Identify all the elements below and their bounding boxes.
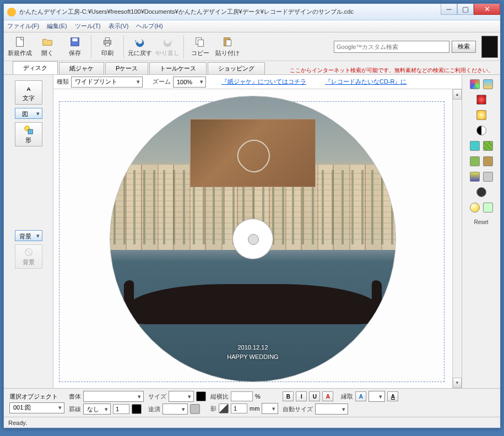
tab-disc[interactable]: ディスク [13, 61, 58, 74]
tool-bg-fill[interactable]: 背景 [15, 230, 42, 241]
redo-button[interactable]: やり直し [154, 34, 181, 60]
search-button[interactable]: 検索 [452, 41, 476, 53]
design-canvas[interactable]: 2010.12.12 HAPPY WEDDING [53, 89, 452, 388]
workspace: A 文字 図 形 背景 背景 種類 ワイ [4, 74, 500, 388]
link-jacket-info[interactable]: 『紙ジャケ』についてはコチラ [221, 78, 306, 86]
svg-rect-7 [198, 40, 203, 46]
fill-select[interactable] [162, 404, 188, 415]
line-style-select[interactable]: なし [83, 404, 111, 415]
tab-jacket[interactable]: 紙ジャケ [59, 62, 104, 74]
svg-text:A: A [26, 86, 30, 92]
shadow-input[interactable]: 1 [231, 404, 247, 413]
window-title: かんたんデザイン工房-C:¥Users¥freesoft100¥Document… [19, 8, 441, 16]
close-button[interactable]: ✕ [474, 4, 500, 15]
menu-edit[interactable]: 編集(E) [47, 22, 67, 30]
paste-button[interactable]: 貼り付け [214, 34, 241, 60]
titlebar: かんたんデザイン工房-C:¥Users¥freesoft100¥Document… [4, 4, 500, 20]
effect-rotate-icon[interactable] [470, 79, 480, 89]
menu-tools[interactable]: ツール(T) [75, 22, 101, 30]
selobj-select[interactable]: 001:図 [9, 402, 64, 413]
left-toolbox: A 文字 図 形 背景 背景 [4, 75, 53, 388]
effect-color-icon[interactable] [476, 95, 486, 105]
shadow-toggle-icon[interactable] [219, 404, 229, 413]
status-text: Ready. [8, 419, 27, 426]
autosize-select[interactable] [315, 404, 348, 415]
svg-rect-9 [226, 40, 231, 46]
svg-rect-2 [72, 39, 77, 42]
effect-gray-icon[interactable] [483, 172, 493, 182]
property-bar: 選択オブジェクト 001:図 書体 罫線 なし 1 サイズ 途潰 [4, 388, 500, 417]
tab-tallcase[interactable]: トールケース [149, 62, 207, 74]
menubar: ファイル(F) 編集(E) ツール(T) 表示(V) ヘルプ(H) [4, 20, 500, 32]
effect-texture1-icon[interactable] [470, 141, 480, 151]
copy-button[interactable]: コピー [186, 34, 214, 60]
undo-button[interactable]: 元に戻す [126, 34, 154, 60]
zoom-select[interactable]: 100% [173, 77, 206, 88]
search-area: 検索 [334, 36, 498, 58]
effect-vignette-icon[interactable] [476, 187, 486, 197]
tool-shape[interactable]: 形 [15, 122, 42, 146]
effect-texture4-icon[interactable] [483, 156, 493, 166]
stroke-color-button[interactable]: A [355, 391, 366, 401]
effect-flip-icon[interactable] [483, 79, 493, 89]
effect-brightness-icon[interactable] [476, 110, 486, 120]
size-select[interactable] [169, 391, 194, 402]
effect-texture3-icon[interactable] [470, 156, 480, 166]
reset-button[interactable]: Reset [474, 219, 488, 225]
minimize-button[interactable]: ─ [441, 4, 457, 15]
font-select[interactable] [83, 391, 144, 402]
canvas-options: 種類 ワイドプリント ズーム 100% 『紙ジャケ』についてはコチラ 『レコード… [53, 75, 462, 89]
underline-button[interactable]: U [309, 391, 320, 401]
svg-rect-4 [105, 38, 109, 41]
tab-shopping[interactable]: ショッピング [208, 62, 265, 74]
menu-help[interactable]: ヘルプ(H) [136, 22, 162, 30]
tool-text[interactable]: A 文字 [15, 80, 42, 105]
vertical-scrollbar[interactable] [452, 89, 462, 388]
app-window: かんたんデザイン工房-C:¥Users¥freesoft100¥Document… [3, 3, 501, 428]
canvas-wrap: 2010.12.12 HAPPY WEDDING [53, 89, 462, 388]
disc-artwork[interactable]: 2010.12.12 HAPPY WEDDING [110, 96, 396, 382]
link-record-cdr[interactable]: 『レコードみたいなCD-R』に [325, 78, 407, 86]
ratio-input[interactable] [231, 391, 253, 401]
menu-view[interactable]: 表示(V) [109, 22, 129, 30]
size-color-swatch[interactable] [196, 391, 206, 401]
center-panel: 種類 ワイドプリント ズーム 100% 『紙ジャケ』についてはコチラ 『レコード… [53, 75, 462, 388]
selobj-label: 選択オブジェクト [9, 393, 64, 401]
open-button[interactable]: 開く [34, 34, 61, 60]
type-label: 種類 [57, 78, 69, 86]
tab-pcase[interactable]: Pケース [105, 62, 148, 74]
tool-bg-clear[interactable]: 背景 [15, 244, 42, 269]
fill-swatch[interactable] [190, 404, 200, 414]
effect-gradient-icon[interactable] [470, 172, 480, 182]
new-button[interactable]: 新規作成 [6, 34, 34, 60]
shadow-label: 影 [210, 405, 216, 413]
main-toolbar: 新規作成 開く 保存 印刷 元に戻す やり直し コピー [4, 32, 500, 61]
stroke-label: 縁取 [341, 393, 353, 401]
menu-file[interactable]: ファイル(F) [7, 22, 39, 30]
effect-moon-icon[interactable] [470, 203, 480, 212]
bold-button[interactable]: B [283, 391, 294, 401]
italic-button[interactable]: I [296, 391, 307, 401]
save-button[interactable]: 保存 [61, 34, 89, 60]
effect-contrast-icon[interactable] [476, 126, 486, 135]
right-effects-panel: Reset [462, 75, 500, 388]
search-input[interactable] [334, 41, 449, 53]
textcolor-button[interactable]: A [322, 391, 333, 401]
statusbar: Ready. [4, 417, 500, 428]
tool-image[interactable]: 図 [15, 108, 42, 119]
autosize-label: 自動サイズ [283, 405, 313, 413]
fill-label: 途潰 [148, 405, 160, 413]
stroke-a-button[interactable]: A [387, 391, 398, 401]
line-color-swatch[interactable] [132, 404, 142, 414]
line-width-input[interactable]: 1 [113, 404, 129, 414]
shadow-dir-select[interactable] [262, 403, 278, 414]
svg-rect-14 [28, 129, 32, 134]
print-button[interactable]: 印刷 [94, 34, 121, 60]
effect-texture2-icon[interactable] [483, 141, 493, 151]
maximize-button[interactable]: ▢ [457, 4, 474, 15]
gondola [127, 284, 378, 324]
effect-green-icon[interactable] [483, 203, 493, 212]
stroke-size-select[interactable] [368, 391, 385, 402]
print-type-select[interactable]: ワイドプリント [71, 77, 143, 88]
size-label: サイズ [148, 393, 166, 401]
